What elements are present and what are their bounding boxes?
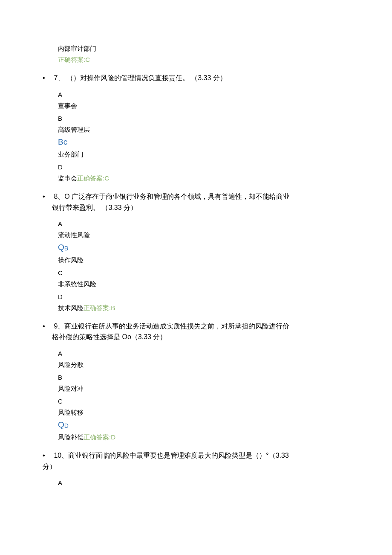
q8-selection-marker: QB — [58, 241, 349, 254]
q8-stem: • 8、O 广泛存在于商业银行业务和管理的各个领域，具有普遍性，却不能给商业 银… — [43, 191, 349, 213]
correct-answer-label: 正确答案: — [84, 433, 111, 441]
correct-answer-label: 正确答案: — [77, 174, 104, 182]
q9-a-letter: A — [58, 349, 349, 359]
q6-tail: 内部审计部门 正确答案:C — [58, 44, 349, 65]
q10-points-a: （3.33 — [269, 452, 289, 459]
q7-c-text: 业务部门 — [58, 149, 349, 160]
q10-stem: • 10、商业银行面临的风险中最重要也是管理难度最大的风险类型是（）°（3.33… — [43, 450, 349, 472]
q7-d-text: 监事会 — [58, 174, 77, 182]
q8-d-letter: D — [58, 292, 349, 302]
q8-a-letter: A — [58, 219, 349, 229]
q7-number: 7、 — [54, 74, 64, 81]
q10-a-letter: A — [58, 478, 349, 488]
q9-b-text: 风险对冲 — [58, 384, 349, 394]
correct-answer-value: C — [85, 56, 90, 63]
q10-number: 10、 — [54, 452, 68, 459]
q7-selection-marker: Bc — [58, 136, 349, 148]
q9-selection-marker: QD — [58, 418, 349, 431]
q9-options: A 风险分散 B 风险对冲 C 风险转移 QD 风险补偿正确答案:D — [58, 349, 349, 442]
correct-answer-label: 正确答案: — [58, 56, 85, 63]
q9-number: 9、 — [54, 323, 64, 330]
bullet-icon: • — [43, 191, 52, 202]
q7-text: （）对操作风险的管理情况负直接责任。 — [66, 74, 189, 81]
q8-text-line1: O 广泛存在于商业银行业务和管理的各个领域，具有普遍性，却不能给商业 — [64, 193, 290, 200]
q9-text-line2: 格补偿的策略性选择是 Oo — [52, 333, 131, 340]
correct-answer-label: 正确答案: — [84, 304, 111, 311]
q10-text: 商业银行面临的风险中最重要也是管理难度最大的风险类型是（）° — [68, 452, 268, 459]
q10-options: A — [58, 478, 349, 488]
exam-page: 内部审计部门 正确答案:C • 7、 （）对操作风险的管理情况负直接责任。 （3… — [0, 0, 392, 505]
q7-d-letter: D — [58, 162, 349, 172]
marker-main: Q — [58, 420, 64, 429]
q9-points: （3.33 分） — [131, 333, 167, 340]
q9-text-line1: 商业银行在所从事的业务活动造成实质性损失之前，对所承担的风险进行价 — [64, 323, 289, 330]
q9-c-text: 风险转移 — [58, 407, 349, 418]
q8-options: A 流动性风险 QB 操作风险 C 非系统性风险 D 技术风险正确答案:B — [58, 219, 349, 313]
q7-a-text: 董事会 — [58, 101, 349, 111]
q7-points: （3.33 分） — [191, 74, 227, 81]
q7-b-text: 高级管理层 — [58, 125, 349, 135]
bullet-icon: • — [43, 321, 52, 332]
q8-b-text: 操作风险 — [58, 255, 349, 265]
q7-a-letter: A — [58, 90, 349, 100]
q6-answer-line: 正确答案:C — [58, 55, 349, 65]
q9-a-text: 风险分散 — [58, 360, 349, 370]
q8-a-text: 流动性风险 — [58, 230, 349, 240]
q8-d-text: 技术风险 — [58, 304, 84, 311]
q7-stem: • 7、 （）对操作风险的管理情况负直接责任。 （3.33 分） — [43, 73, 349, 84]
q8-c-text: 非系统性风险 — [58, 279, 349, 289]
marker-main: Q — [58, 243, 64, 252]
q8-text-line2: 银行带来盈利。 — [52, 204, 100, 211]
q9-d-text: 风险补偿 — [58, 433, 84, 441]
bullet-icon: • — [43, 73, 52, 84]
q7-b-letter: B — [58, 113, 349, 124]
marker-sub: B — [64, 245, 68, 252]
q9-d-line: 风险补偿正确答案:D — [58, 432, 349, 442]
bullet-icon: • — [43, 450, 52, 461]
correct-answer-value: D — [111, 433, 115, 441]
correct-answer-value: C — [104, 174, 109, 182]
q9-stem: • 9、商业银行在所从事的业务活动造成实质性损失之前，对所承担的风险进行价 格补… — [43, 321, 349, 343]
q8-c-letter: C — [58, 268, 349, 278]
q8-d-line: 技术风险正确答案:B — [58, 303, 349, 313]
q10-points-b: 分） — [43, 461, 349, 472]
q7-d-line: 监事会正确答案:C — [58, 173, 349, 183]
q8-number: 8、 — [54, 193, 64, 200]
correct-answer-value: B — [111, 304, 115, 311]
marker-sub: D — [64, 422, 69, 429]
q6-option-d-text: 内部审计部门 — [58, 44, 349, 54]
q9-c-letter: C — [58, 396, 349, 407]
q8-points: （3.33 分） — [101, 204, 137, 211]
q7-options: A 董事会 B 高级管理层 Bc 业务部门 D 监事会正确答案:C — [58, 90, 349, 183]
q9-b-letter: B — [58, 372, 349, 383]
